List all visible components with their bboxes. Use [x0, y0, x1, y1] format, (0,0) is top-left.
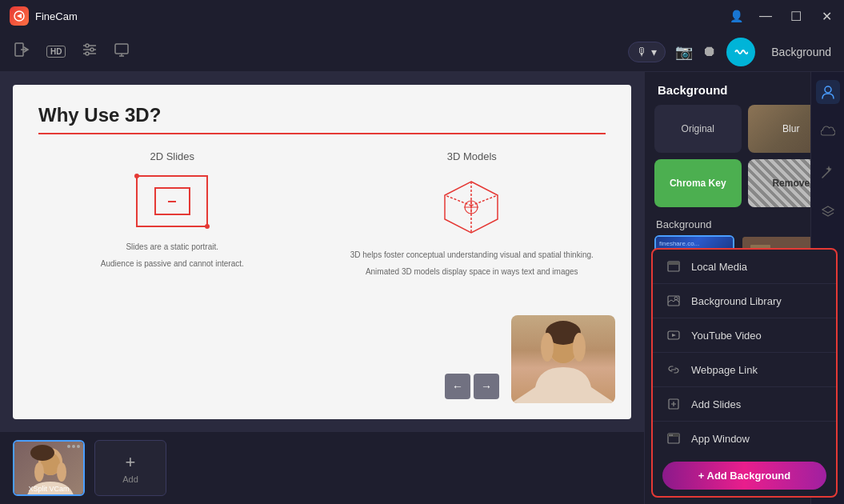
camera-thumb-dots — [67, 445, 80, 448]
toolbar: HD 🎙 ▾ 📷 ⏺ — [0, 32, 844, 72]
slide-preview: Why Use 3D? 2D Slides Slides are — [13, 85, 631, 419]
title-bar-left: FineCam — [10, 6, 78, 26]
svg-point-46 — [670, 434, 671, 436]
chroma-key-button[interactable]: Chroma Key — [654, 159, 742, 207]
svg-point-47 — [671, 434, 673, 436]
svg-point-48 — [825, 86, 831, 93]
slide-col-2d-title: 2D Slides — [150, 150, 194, 162]
next-arrow[interactable]: → — [474, 374, 499, 399]
mic-chevron: ▾ — [651, 46, 657, 58]
app-window-icon — [666, 430, 682, 446]
title-bar: FineCam 👤 — ☐ ✕ — [0, 0, 844, 32]
slide-col-3d-title: 3D Models — [447, 150, 497, 162]
background-library-label: Background Library — [691, 295, 782, 307]
plus-icon: + — [126, 452, 136, 473]
add-camera-label: Add — [122, 474, 138, 484]
svg-rect-9 — [115, 44, 128, 54]
title-bar-controls: 👤 — ☐ ✕ — [730, 9, 834, 24]
nav-arrows: ← → — [445, 374, 499, 399]
webpage-link-icon — [666, 362, 682, 378]
webpage-link-label: Webpage Link — [691, 364, 758, 376]
exit-icon[interactable] — [13, 41, 30, 62]
slide-title: Why Use 3D? — [38, 104, 606, 126]
slide-col-2d-desc1: Slides are a static portrait. — [126, 241, 218, 253]
toolbar-center: 🎙 ▾ 📷 ⏺ — [628, 38, 755, 66]
add-camera-button[interactable]: + Add — [94, 440, 166, 496]
video-panel: Why Use 3D? 2D Slides Slides are — [0, 72, 644, 504]
settings-icon[interactable] — [82, 42, 98, 62]
svg-line-14 — [471, 195, 498, 206]
svg-point-29 — [30, 445, 54, 461]
slide-col-3d-desc1: 3D helps foster conceptual understanding… — [350, 249, 594, 261]
youtube-video-label: YouTube Video — [691, 330, 762, 342]
svg-point-23 — [541, 333, 554, 362]
camera-thumb-label: XSplit VCam — [28, 485, 69, 493]
slide-col-2d-desc2: Audience is passive and cannot interact. — [101, 258, 244, 270]
add-background-button[interactable]: + Add Background — [662, 462, 826, 490]
app-logo — [10, 6, 29, 26]
slide-red-line — [38, 133, 606, 134]
mic-icon: 🎙 — [637, 46, 648, 58]
slide-col-3d-desc2: Animated 3D models display space in ways… — [366, 266, 578, 278]
local-media-label: Local Media — [691, 261, 747, 273]
svg-point-7 — [90, 48, 94, 51]
camera-thumb-xsplit[interactable]: XSplit VCam — [13, 440, 85, 496]
hd-badge[interactable]: HD — [46, 46, 66, 58]
slide-3d-icon — [436, 175, 508, 239]
screen-icon[interactable] — [114, 42, 130, 62]
add-slides-item[interactable]: Add Slides — [653, 387, 836, 422]
mic-button[interactable]: 🎙 ▾ — [628, 42, 666, 62]
close-button[interactable]: ✕ — [818, 9, 834, 24]
right-panel: Background Original Blur Chroma Key Remo… — [644, 72, 844, 504]
add-slides-icon — [666, 396, 682, 412]
svg-point-8 — [86, 52, 89, 55]
toolbar-right: Background — [771, 46, 831, 58]
app-window-label: App Window — [691, 433, 750, 445]
side-icon-user[interactable] — [816, 80, 840, 104]
camera-icon[interactable]: 📷 — [675, 43, 693, 61]
maximize-button[interactable]: ☐ — [788, 9, 804, 24]
add-slides-label: Add Slides — [691, 398, 741, 410]
camera-overlay — [511, 315, 615, 403]
background-library-item[interactable]: Background Library — [653, 284, 836, 318]
dropdown-menu: Local Media Background Library — [651, 248, 838, 498]
original-filter-button[interactable]: Original — [654, 105, 742, 153]
person-silhouette — [511, 315, 615, 403]
local-media-item[interactable]: Local Media — [653, 250, 836, 284]
youtube-video-item[interactable]: YouTube Video — [653, 318, 836, 353]
wave-button[interactable] — [726, 38, 755, 66]
svg-rect-36 — [668, 262, 679, 265]
record-icon[interactable]: ⏺ — [702, 43, 717, 60]
prev-arrow[interactable]: ← — [445, 374, 470, 399]
side-icon-magic[interactable] — [816, 160, 840, 184]
main-content: Why Use 3D? 2D Slides Slides are — [0, 72, 844, 504]
app-name-label: FineCam — [35, 10, 78, 22]
svg-point-6 — [86, 44, 89, 47]
svg-point-24 — [573, 333, 586, 362]
account-icon[interactable]: 👤 — [730, 10, 743, 22]
webpage-link-item[interactable]: Webpage Link — [653, 353, 836, 387]
toolbar-left: HD — [13, 41, 612, 62]
bg-label: Background — [771, 46, 831, 58]
slide-col-2d: 2D Slides Slides are a static portrait. … — [38, 150, 306, 400]
camera-strip: XSplit VCam + Add — [0, 432, 644, 504]
local-media-icon — [666, 258, 682, 274]
svg-point-28 — [57, 462, 66, 482]
side-icon-cloud[interactable] — [816, 120, 840, 144]
svg-point-27 — [34, 462, 44, 482]
app-window-item[interactable]: App Window — [653, 422, 836, 455]
svg-line-15 — [445, 195, 471, 206]
minimize-button[interactable]: — — [758, 9, 774, 23]
background-library-icon — [666, 293, 682, 309]
slide-2d-icon — [136, 175, 208, 231]
side-icon-layers[interactable] — [816, 200, 840, 224]
bg-thumb-fineshare-label: fineshare.co... — [659, 240, 699, 247]
youtube-video-icon — [666, 327, 682, 343]
